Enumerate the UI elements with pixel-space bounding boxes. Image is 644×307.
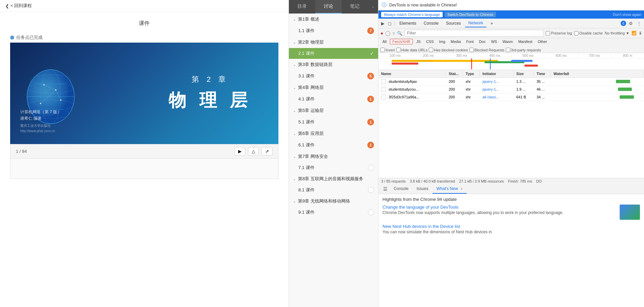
preserve-log-checkbox[interactable]: Preserve log (546, 31, 572, 36)
highlight-item-1: Change the language of your DevTools Chr… (382, 205, 640, 220)
row-1-initiator[interactable]: jquery-1... (480, 79, 514, 84)
chapter-6-header[interactable]: ⌄ 第6章 应用层 (289, 128, 378, 139)
back-label: < 回到课程 (10, 3, 32, 9)
filter-font[interactable]: Font (464, 39, 476, 44)
highlight-2-title[interactable]: New Nest Hub devices in the Device list (382, 224, 640, 229)
chapter-9-title: 第9章 无线网络和移动网络 (298, 198, 350, 204)
network-table: Name Stat... Type Initiator Size Time Wa… (378, 70, 644, 178)
row-2-status: 200 (446, 87, 463, 92)
tab-catalog[interactable]: 目录 (289, 0, 315, 14)
chapter-7-header[interactable]: ⌄ 第7章 网络安全 (289, 151, 378, 162)
toc-item-7-1[interactable]: 7.1 课件 (289, 162, 378, 173)
tab-discuss[interactable]: 讨论 (315, 0, 342, 14)
chapter-9-header[interactable]: ⌄ 第9章 无线网络和移动网络 (289, 195, 378, 207)
bottom-tab-whats-new[interactable]: What's New × (432, 184, 467, 194)
col-size: Size (514, 71, 534, 76)
filter-ws[interactable]: WS (489, 39, 499, 44)
chapter-1-header[interactable]: ⌄ 第1章 概述 (289, 14, 378, 25)
filter-icon[interactable]: ▿ (393, 31, 395, 36)
tab-notes[interactable]: 笔记 (342, 0, 368, 14)
col-status: Stat... (446, 71, 463, 76)
invert-checkbox[interactable]: Invert (380, 48, 395, 52)
device-icon[interactable]: ◻ (387, 20, 393, 27)
network-toolbar: ● ◯ ▿ 🔍 Preserve log Disable cache No th… (378, 28, 644, 38)
tick-600ms: 600 ms (544, 54, 577, 57)
third-party-requests-checkbox[interactable]: 3rd-party requests (506, 48, 541, 52)
filter-js[interactable]: JS (414, 39, 423, 44)
tab-sources[interactable]: Sources (443, 20, 464, 27)
more-options-icon[interactable]: ⋮ (636, 20, 643, 27)
row-checkbox[interactable] (381, 79, 386, 84)
filter-img[interactable]: Img (437, 39, 447, 44)
play-button[interactable]: ▶ (234, 147, 245, 156)
filter-other[interactable]: Other (536, 39, 549, 44)
network-row[interactable]: 3f25d3c971a96a... 200 xhr all-class... 6… (378, 93, 644, 101)
record-button[interactable]: ● (380, 30, 383, 36)
row-2-initiator[interactable]: jquery-1... (480, 87, 514, 92)
network-row[interactable]: studentstudycou... 200 xhr jquery-1... 1… (378, 86, 644, 93)
toc-item-3-1[interactable]: 3.1 课件 5 (289, 70, 378, 82)
blocked-requests-checkbox[interactable]: Blocked Requests (469, 48, 504, 52)
whats-new-close-icon[interactable]: × (461, 187, 463, 191)
highlight-2-desc: You can now simulate the dimensions of N… (382, 229, 640, 235)
chevron-icon: ⌄ (293, 86, 296, 90)
toc-item-1-1[interactable]: 1.1 课件 7 (289, 25, 378, 37)
tick-100ms: 100 ms (378, 54, 412, 57)
back-to-course[interactable]: ❮ < 回到课程 (0, 0, 289, 12)
row-checkbox[interactable] (381, 87, 386, 92)
row-1-status: 200 (446, 79, 463, 84)
no-throttling-select[interactable]: No throttling ▼ (605, 31, 629, 35)
highlight-1-title[interactable]: Change the language of your DevTools (382, 205, 614, 210)
devtools-main-toolbar: ▶ ◻ Elements Console Sources Network » 6… (378, 19, 644, 28)
disable-cache-checkbox[interactable]: Disable cache (574, 31, 603, 36)
filter-all[interactable]: All (380, 39, 389, 44)
toc-item-2-1[interactable]: 2.1 课件 ✓ (289, 48, 378, 59)
item-1-1-label: 1.1 课件 (298, 28, 315, 34)
chapter-4-header[interactable]: ⌄ 第4章 网络层 (289, 82, 378, 93)
tick-700ms: 700 ms (578, 54, 611, 57)
filter-input[interactable] (404, 30, 543, 37)
chapter-8-header[interactable]: ⌄ 第8章 互联网上的音频和视频服务 (289, 173, 378, 185)
filter-media[interactable]: Media (449, 39, 463, 44)
toc-item-9-1[interactable]: 9.1 课件 (289, 207, 378, 218)
dont-show-link[interactable]: Don't show again (613, 13, 641, 17)
chapter-2-header[interactable]: ⌄ 第2章 物理层 (289, 37, 378, 48)
toc-item-4-1[interactable]: 4.1 课件 1 (289, 93, 378, 105)
switch-chinese-button[interactable]: Switch DevTools to Chinese (445, 12, 496, 17)
fullscreen-button[interactable]: ⇗ (262, 147, 273, 156)
row-checkbox[interactable] (381, 95, 386, 99)
filter-css[interactable]: CSS (424, 39, 436, 44)
filter-fetch-xhr[interactable]: Fetch/XHR (390, 39, 413, 44)
chapter-3-header[interactable]: ⌄ 第3章 数据链路层 (289, 59, 378, 70)
tab-network[interactable]: Network (465, 19, 487, 27)
network-row[interactable]: studentstudyAjax 200 xhr jquery-1... 1.3… (378, 78, 644, 86)
tab-console[interactable]: Console (420, 20, 442, 27)
flag-button[interactable]: △ (248, 147, 259, 156)
bottom-toolbar-icon[interactable]: ☰ (381, 185, 390, 193)
chapter-2-title: 第2章 物理层 (298, 39, 324, 45)
tab-arrow[interactable]: › (368, 0, 378, 14)
item-6-1-label: 6.1 课件 (298, 142, 315, 148)
hide-data-urls-checkbox[interactable]: Hide data URLs (396, 48, 428, 52)
tab-more[interactable]: » (487, 20, 496, 27)
toc-item-6-1[interactable]: 6.1 课件 1 (289, 139, 378, 151)
tab-elements[interactable]: Elements (396, 20, 420, 27)
task-complete-label: 任务点已完成 (16, 34, 43, 41)
has-blocked-cookies-checkbox[interactable]: Has blocked cookies (429, 48, 468, 52)
toc-item-5-1[interactable]: 5.1 课件 1 (289, 116, 378, 128)
cursor-icon[interactable]: ▶ (380, 20, 386, 27)
slide-notes-area (10, 159, 278, 179)
waterfall-bar-2 (618, 88, 632, 91)
stop-button[interactable]: ◯ (385, 30, 391, 36)
filter-manifest[interactable]: Manifest (516, 39, 535, 44)
settings-icon[interactable]: ⚙ (627, 20, 634, 27)
match-language-button[interactable]: Always match Chrome's language (381, 12, 443, 17)
filter-doc[interactable]: Doc (477, 39, 488, 44)
row-3-initiator[interactable]: all-class... (480, 94, 514, 100)
chapter-5-header[interactable]: ⌄ 第5章 运输层 (289, 105, 378, 116)
search-icon[interactable]: 🔍 (397, 31, 402, 36)
toc-item-8-1[interactable]: 8.1 课件 (289, 185, 378, 195)
bottom-tab-console[interactable]: Console (390, 184, 413, 194)
bottom-tab-issues[interactable]: Issues (413, 184, 432, 194)
filter-wasm[interactable]: Wasm (500, 39, 515, 44)
